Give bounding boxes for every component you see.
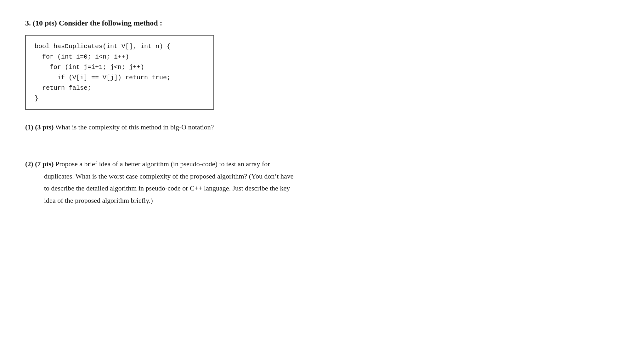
sub2-line3: to describe the detailed algorithm in ps…	[44, 182, 619, 195]
sub-question-1: (1) (3 pts) What is the complexity of th…	[25, 121, 619, 133]
sub1-label: (1)	[25, 123, 33, 131]
code-line-2: for (int i=0; i<n; i++)	[35, 52, 205, 62]
code-line-1: bool hasDuplicates(int V[], int n) {	[35, 41, 205, 52]
sub2-line1: Propose a brief idea of a better algorit…	[55, 160, 270, 168]
sub2-line1-container: (2) (7 pts) Propose a brief idea of a be…	[25, 158, 619, 170]
sub2-line2: duplicates. What is the worst case compl…	[44, 170, 619, 183]
sub2-line4: idea of the proposed algorithm briefly.)	[44, 195, 619, 207]
code-block: bool hasDuplicates(int V[], int n) { for…	[25, 35, 214, 110]
sub2-pts: (7 pts)	[35, 160, 54, 168]
question-header: 3. (10 pts) Consider the following metho…	[25, 19, 619, 27]
sub1-text: What is the complexity of this method in…	[55, 123, 214, 131]
code-line-3: for (int j=i+1; j<n; j++)	[35, 62, 205, 72]
question-container: 3. (10 pts) Consider the following metho…	[25, 19, 619, 207]
code-line-4: if (V[i] == V[j]) return true;	[35, 72, 205, 83]
sub2-label: (2)	[25, 160, 33, 168]
code-line-5: return false;	[35, 83, 205, 93]
sub1-pts: (3 pts)	[35, 123, 54, 131]
code-line-6: }	[35, 93, 205, 104]
sub-question-2: (2) (7 pts) Propose a brief idea of a be…	[25, 158, 619, 207]
